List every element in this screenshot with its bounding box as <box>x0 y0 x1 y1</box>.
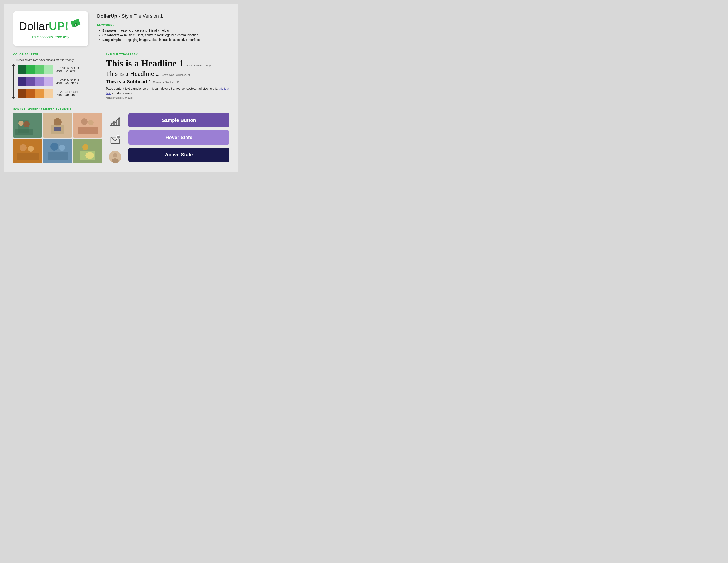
photo-2 <box>43 113 72 137</box>
svg-text:!: ! <box>118 136 118 138</box>
purple-swatch-1 <box>18 77 26 86</box>
imagery-header: SAMPLE IMAGERY / DESIGN ELEMENTS <box>13 107 229 110</box>
orange-swatch-2 <box>26 88 35 98</box>
photo-6 <box>73 139 102 163</box>
svg-point-22 <box>59 145 65 151</box>
keywords-label: KEYWORDS <box>97 23 114 26</box>
keywords-section: KEYWORDS Empower — easy to understand, f… <box>97 23 229 41</box>
logo-money-icon: $ <box>69 18 83 34</box>
typo-h2-note: Roboto Slab Regular, 20 pt <box>161 73 190 76</box>
typo-header: SAMPLE TYPOGRAPY <box>106 53 229 56</box>
page-title-bold: DollarUp <box>97 13 117 19</box>
green-swatch-2 <box>26 65 35 74</box>
green-swatch-3 <box>35 65 44 74</box>
typo-h3-row: This is a Subhead 1 Montserrat Semibold,… <box>106 79 229 86</box>
green-color-info: H: 143° S: 79% B: 40% #156634 <box>56 66 97 73</box>
orange-swatches <box>18 88 53 98</box>
keyword-item-2: Collaborate — multiple users, ability to… <box>99 33 229 37</box>
typo-body-note: Montserrat Regular, 12 pt <box>106 96 229 99</box>
svg-point-18 <box>28 146 34 152</box>
palette-header: COLOR PALETTE <box>13 53 97 56</box>
color-row-green: H: 143° S: 79% B: 40% #156634 <box>18 65 97 74</box>
svg-point-9 <box>54 118 62 126</box>
header-right: DollarUp - Style Tile Version 1 KEYWORDS… <box>97 11 229 43</box>
imagery-content: ! Sample Button Hover State <box>13 113 229 163</box>
typo-h3-note: Montserrat Semibold, 16 pt <box>153 81 182 84</box>
active-state-button[interactable]: Active State <box>128 148 229 162</box>
imagery-label: SAMPLE IMAGERY / DESIGN ELEMENTS <box>13 107 72 110</box>
photo-3 <box>73 113 102 137</box>
header: DollarUP! $ Your finances. Your way. Dol… <box>13 11 229 46</box>
buttons-section: ! Sample Button Hover State <box>109 113 229 163</box>
photo-5 <box>43 139 72 163</box>
keywords-list: Empower — easy to understand, friendly, … <box>97 29 229 41</box>
logo-row: DollarUP! $ <box>19 18 83 34</box>
logo-text: DollarUP! <box>19 20 68 32</box>
orange-swatch-4 <box>44 88 53 98</box>
logo-card: DollarUP! $ Your finances. Your way. <box>13 11 88 46</box>
color-row-purple: H: 253° S: 64% B: 49% #3E2D7D <box>18 77 97 86</box>
svg-point-21 <box>50 143 58 150</box>
typo-h2-row: This is a Headline 2 Roboto Slab Regular… <box>106 70 229 79</box>
svg-text:$: $ <box>75 24 76 27</box>
orange-swatch-3 <box>35 88 44 98</box>
two-col-section: COLOR PALETTE Core colors with HSB shade… <box>13 53 229 100</box>
buttons-col: Sample Button Hover State Active State <box>128 113 229 162</box>
icons-col: ! <box>109 113 122 163</box>
svg-point-13 <box>81 118 88 125</box>
green-swatches <box>18 65 53 74</box>
avatar-circle <box>109 151 121 163</box>
purple-swatch-3 <box>35 77 44 86</box>
typo-h1-note: Roboto Slab Bold, 24 pt <box>185 64 211 67</box>
palette-dot-top <box>12 64 15 66</box>
mail-icon-container: ! <box>109 133 122 146</box>
svg-point-25 <box>82 144 88 150</box>
palette-vertical-line <box>13 65 14 98</box>
svg-rect-29 <box>113 121 115 126</box>
purple-swatch-2 <box>26 77 35 86</box>
palette-dot-bottom <box>12 96 15 99</box>
typography-col: SAMPLE TYPOGRAPY This is a Headline 1 Ro… <box>106 53 229 100</box>
purple-swatch-4 <box>44 77 53 86</box>
purple-color-info: H: 253° S: 64% B: 49% #3E2D7D <box>56 78 97 85</box>
main-container: DollarUP! $ Your finances. Your way. Dol… <box>4 4 238 172</box>
palette-with-line: H: 143° S: 79% B: 40% #156634 H: 253° S:… <box>13 65 97 98</box>
svg-rect-15 <box>78 126 98 134</box>
svg-point-17 <box>20 144 27 151</box>
svg-rect-7 <box>15 129 33 135</box>
purple-swatches <box>18 77 53 86</box>
svg-point-27 <box>85 152 94 159</box>
logo-dollar: Dollar <box>19 20 49 32</box>
imagery-section: SAMPLE IMAGERY / DESIGN ELEMENTS <box>13 107 229 163</box>
color-row-orange: H: 29° S: 77% B: 70% #B36B29 <box>18 88 97 98</box>
svg-point-38 <box>113 153 117 157</box>
palette-rows: H: 143° S: 79% B: 40% #156634 H: 253° S:… <box>13 65 97 98</box>
chart-icon-container <box>109 115 122 129</box>
svg-rect-19 <box>17 153 39 160</box>
page-title: DollarUp - Style Tile Version 1 <box>97 13 229 19</box>
page-title-rest: - Style Tile Version 1 <box>117 13 163 19</box>
svg-point-6 <box>23 121 30 127</box>
svg-rect-31 <box>118 118 120 126</box>
keyword-item-3: Easy, simple — engaging imagery, clear i… <box>99 38 229 41</box>
svg-rect-23 <box>48 152 68 160</box>
svg-rect-11 <box>54 126 61 131</box>
typo-h1: This is a Headline 1 <box>106 58 184 68</box>
sample-button[interactable]: Sample Button <box>128 113 229 127</box>
svg-point-5 <box>18 120 24 126</box>
mail-icon: ! <box>109 134 121 145</box>
typo-h2: This is a Headline 2 <box>106 70 159 77</box>
svg-point-14 <box>88 120 94 125</box>
svg-point-33 <box>118 117 120 119</box>
photo-4 <box>13 139 42 163</box>
palette-label: COLOR PALETTE <box>13 53 38 56</box>
logo-up: UP! <box>49 20 69 32</box>
photo-grid <box>13 113 102 163</box>
hover-state-button[interactable]: Hover State <box>128 130 229 145</box>
chart-icon <box>109 116 121 128</box>
typo-h1-row: This is a Headline 1 Roboto Slab Bold, 2… <box>106 58 229 70</box>
keywords-header: KEYWORDS <box>97 23 229 26</box>
green-swatch-4 <box>44 65 53 74</box>
orange-color-info: H: 29° S: 77% B: 70% #B36B29 <box>56 90 97 97</box>
typo-body: Page content text sample. Lorem ipsum do… <box>106 86 229 96</box>
